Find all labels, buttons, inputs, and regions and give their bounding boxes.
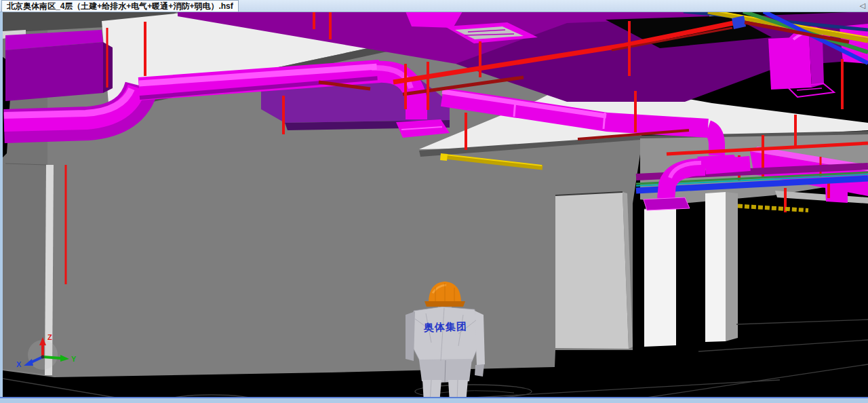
viewport-3d-scene[interactable]: 奥体集团 Z Y X <box>0 0 868 403</box>
column <box>705 192 726 342</box>
axis-y-label: Y <box>71 355 77 363</box>
wall-panel <box>555 192 633 349</box>
hsf-viewer-window: 奥体集团 Z Y X 北京奥体南区_4层（土建+给排水+电气+暖通+消防+弱电）… <box>0 0 868 403</box>
axis-z-label: Z <box>47 333 52 341</box>
model-tab-title: 北京奥体南区_4层（土建+给排水+电气+暖通+消防+弱电）.hsf <box>7 1 233 11</box>
tab-bar: 北京奥体南区_4层（土建+给排水+电气+暖通+消防+弱电）.hsf ◁ <box>0 0 868 12</box>
tab-scroll-left-icon[interactable]: ◁ <box>860 1 865 11</box>
axis-x-label: X <box>16 360 22 368</box>
model-tab[interactable]: 北京奥体南区_4层（土建+给排水+电气+暖通+消防+弱电）.hsf <box>1 0 239 12</box>
avatar-back-text: 奥体集团 <box>423 320 468 333</box>
column <box>644 207 676 347</box>
